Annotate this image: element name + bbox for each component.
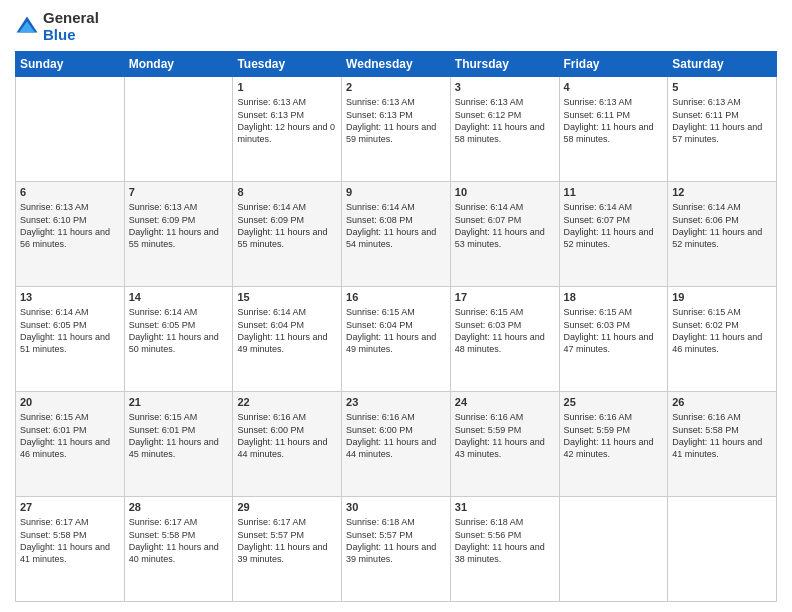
day-content: Sunrise: 6:15 AM Sunset: 6:03 PM Dayligh…	[564, 306, 664, 355]
calendar-body: 1Sunrise: 6:13 AM Sunset: 6:13 PM Daylig…	[16, 77, 777, 602]
day-content: Sunrise: 6:14 AM Sunset: 6:08 PM Dayligh…	[346, 201, 446, 250]
day-number: 22	[237, 395, 337, 410]
day-number: 26	[672, 395, 772, 410]
day-content: Sunrise: 6:13 AM Sunset: 6:11 PM Dayligh…	[672, 96, 772, 145]
day-number: 20	[20, 395, 120, 410]
calendar-cell: 13Sunrise: 6:14 AM Sunset: 6:05 PM Dayli…	[16, 287, 125, 392]
calendar-cell: 30Sunrise: 6:18 AM Sunset: 5:57 PM Dayli…	[342, 497, 451, 602]
calendar-cell: 28Sunrise: 6:17 AM Sunset: 5:58 PM Dayli…	[124, 497, 233, 602]
header-row: SundayMondayTuesdayWednesdayThursdayFrid…	[16, 52, 777, 77]
day-content: Sunrise: 6:16 AM Sunset: 5:59 PM Dayligh…	[455, 411, 555, 460]
page: General Blue SundayMondayTuesdayWednesda…	[0, 0, 792, 612]
day-number: 27	[20, 500, 120, 515]
day-content: Sunrise: 6:17 AM Sunset: 5:57 PM Dayligh…	[237, 516, 337, 565]
calendar-cell	[16, 77, 125, 182]
calendar-table: SundayMondayTuesdayWednesdayThursdayFrid…	[15, 51, 777, 602]
calendar-cell	[124, 77, 233, 182]
logo: General Blue	[15, 10, 99, 43]
day-number: 29	[237, 500, 337, 515]
day-number: 10	[455, 185, 555, 200]
calendar-cell: 15Sunrise: 6:14 AM Sunset: 6:04 PM Dayli…	[233, 287, 342, 392]
calendar-cell: 4Sunrise: 6:13 AM Sunset: 6:11 PM Daylig…	[559, 77, 668, 182]
calendar-cell: 21Sunrise: 6:15 AM Sunset: 6:01 PM Dayli…	[124, 392, 233, 497]
calendar-cell: 23Sunrise: 6:16 AM Sunset: 6:00 PM Dayli…	[342, 392, 451, 497]
header: General Blue	[15, 10, 777, 43]
day-content: Sunrise: 6:17 AM Sunset: 5:58 PM Dayligh…	[129, 516, 229, 565]
calendar-cell: 24Sunrise: 6:16 AM Sunset: 5:59 PM Dayli…	[450, 392, 559, 497]
day-number: 31	[455, 500, 555, 515]
day-content: Sunrise: 6:14 AM Sunset: 6:05 PM Dayligh…	[129, 306, 229, 355]
day-content: Sunrise: 6:14 AM Sunset: 6:07 PM Dayligh…	[564, 201, 664, 250]
day-number: 24	[455, 395, 555, 410]
calendar-cell: 29Sunrise: 6:17 AM Sunset: 5:57 PM Dayli…	[233, 497, 342, 602]
day-number: 12	[672, 185, 772, 200]
day-content: Sunrise: 6:18 AM Sunset: 5:56 PM Dayligh…	[455, 516, 555, 565]
day-content: Sunrise: 6:14 AM Sunset: 6:09 PM Dayligh…	[237, 201, 337, 250]
day-content: Sunrise: 6:13 AM Sunset: 6:13 PM Dayligh…	[237, 96, 337, 145]
calendar-cell: 9Sunrise: 6:14 AM Sunset: 6:08 PM Daylig…	[342, 182, 451, 287]
calendar-cell: 20Sunrise: 6:15 AM Sunset: 6:01 PM Dayli…	[16, 392, 125, 497]
calendar-cell: 11Sunrise: 6:14 AM Sunset: 6:07 PM Dayli…	[559, 182, 668, 287]
day-content: Sunrise: 6:16 AM Sunset: 6:00 PM Dayligh…	[346, 411, 446, 460]
col-header-tuesday: Tuesday	[233, 52, 342, 77]
day-number: 1	[237, 80, 337, 95]
calendar-cell	[668, 497, 777, 602]
day-content: Sunrise: 6:15 AM Sunset: 6:04 PM Dayligh…	[346, 306, 446, 355]
week-row-4: 20Sunrise: 6:15 AM Sunset: 6:01 PM Dayli…	[16, 392, 777, 497]
day-number: 15	[237, 290, 337, 305]
calendar-cell	[559, 497, 668, 602]
calendar-cell: 25Sunrise: 6:16 AM Sunset: 5:59 PM Dayli…	[559, 392, 668, 497]
week-row-3: 13Sunrise: 6:14 AM Sunset: 6:05 PM Dayli…	[16, 287, 777, 392]
col-header-friday: Friday	[559, 52, 668, 77]
calendar-cell: 7Sunrise: 6:13 AM Sunset: 6:09 PM Daylig…	[124, 182, 233, 287]
week-row-5: 27Sunrise: 6:17 AM Sunset: 5:58 PM Dayli…	[16, 497, 777, 602]
day-content: Sunrise: 6:15 AM Sunset: 6:03 PM Dayligh…	[455, 306, 555, 355]
day-number: 7	[129, 185, 229, 200]
calendar-cell: 10Sunrise: 6:14 AM Sunset: 6:07 PM Dayli…	[450, 182, 559, 287]
calendar-cell: 17Sunrise: 6:15 AM Sunset: 6:03 PM Dayli…	[450, 287, 559, 392]
day-number: 6	[20, 185, 120, 200]
col-header-monday: Monday	[124, 52, 233, 77]
day-content: Sunrise: 6:13 AM Sunset: 6:12 PM Dayligh…	[455, 96, 555, 145]
day-number: 28	[129, 500, 229, 515]
day-content: Sunrise: 6:13 AM Sunset: 6:09 PM Dayligh…	[129, 201, 229, 250]
col-header-sunday: Sunday	[16, 52, 125, 77]
day-number: 9	[346, 185, 446, 200]
day-content: Sunrise: 6:18 AM Sunset: 5:57 PM Dayligh…	[346, 516, 446, 565]
day-number: 11	[564, 185, 664, 200]
day-content: Sunrise: 6:15 AM Sunset: 6:01 PM Dayligh…	[129, 411, 229, 460]
day-number: 4	[564, 80, 664, 95]
week-row-1: 1Sunrise: 6:13 AM Sunset: 6:13 PM Daylig…	[16, 77, 777, 182]
day-number: 2	[346, 80, 446, 95]
day-number: 13	[20, 290, 120, 305]
calendar-cell: 16Sunrise: 6:15 AM Sunset: 6:04 PM Dayli…	[342, 287, 451, 392]
calendar-cell: 27Sunrise: 6:17 AM Sunset: 5:58 PM Dayli…	[16, 497, 125, 602]
day-number: 17	[455, 290, 555, 305]
calendar-cell: 12Sunrise: 6:14 AM Sunset: 6:06 PM Dayli…	[668, 182, 777, 287]
day-number: 25	[564, 395, 664, 410]
calendar-cell: 3Sunrise: 6:13 AM Sunset: 6:12 PM Daylig…	[450, 77, 559, 182]
day-content: Sunrise: 6:15 AM Sunset: 6:01 PM Dayligh…	[20, 411, 120, 460]
calendar-cell: 18Sunrise: 6:15 AM Sunset: 6:03 PM Dayli…	[559, 287, 668, 392]
day-number: 23	[346, 395, 446, 410]
day-content: Sunrise: 6:16 AM Sunset: 5:58 PM Dayligh…	[672, 411, 772, 460]
calendar-cell: 22Sunrise: 6:16 AM Sunset: 6:00 PM Dayli…	[233, 392, 342, 497]
day-content: Sunrise: 6:13 AM Sunset: 6:10 PM Dayligh…	[20, 201, 120, 250]
day-content: Sunrise: 6:14 AM Sunset: 6:07 PM Dayligh…	[455, 201, 555, 250]
day-number: 19	[672, 290, 772, 305]
day-number: 21	[129, 395, 229, 410]
calendar-cell: 14Sunrise: 6:14 AM Sunset: 6:05 PM Dayli…	[124, 287, 233, 392]
day-content: Sunrise: 6:13 AM Sunset: 6:11 PM Dayligh…	[564, 96, 664, 145]
calendar-header: SundayMondayTuesdayWednesdayThursdayFrid…	[16, 52, 777, 77]
day-number: 8	[237, 185, 337, 200]
calendar-cell: 31Sunrise: 6:18 AM Sunset: 5:56 PM Dayli…	[450, 497, 559, 602]
day-number: 18	[564, 290, 664, 305]
calendar-cell: 8Sunrise: 6:14 AM Sunset: 6:09 PM Daylig…	[233, 182, 342, 287]
day-content: Sunrise: 6:13 AM Sunset: 6:13 PM Dayligh…	[346, 96, 446, 145]
day-content: Sunrise: 6:17 AM Sunset: 5:58 PM Dayligh…	[20, 516, 120, 565]
day-number: 30	[346, 500, 446, 515]
col-header-wednesday: Wednesday	[342, 52, 451, 77]
day-content: Sunrise: 6:15 AM Sunset: 6:02 PM Dayligh…	[672, 306, 772, 355]
calendar-cell: 5Sunrise: 6:13 AM Sunset: 6:11 PM Daylig…	[668, 77, 777, 182]
day-number: 3	[455, 80, 555, 95]
